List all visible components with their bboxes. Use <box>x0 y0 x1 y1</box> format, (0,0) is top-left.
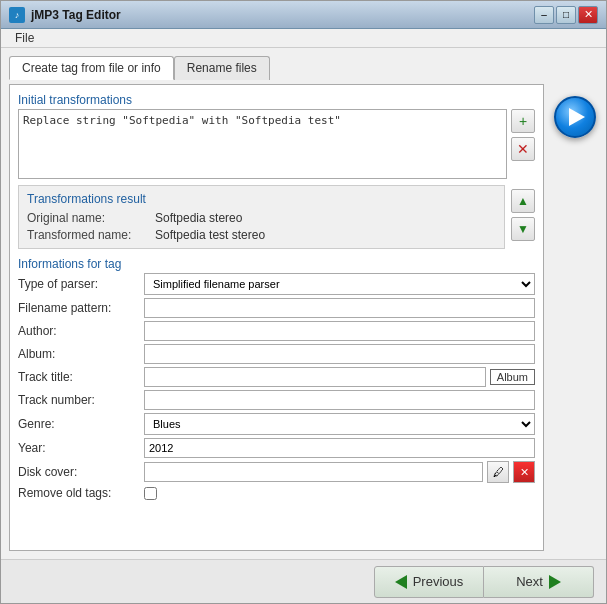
disk-cover-input[interactable] <box>144 462 483 482</box>
album-label: Album: <box>18 347 138 361</box>
transformations-textarea[interactable]: Replace string "Softpedia" with "Softped… <box>18 109 507 179</box>
transformations-section: Initial transformations Replace string "… <box>18 93 535 179</box>
remove-old-tags-checkbox[interactable] <box>144 487 157 500</box>
move-down-button[interactable]: ▼ <box>511 217 535 241</box>
genre-label: Genre: <box>18 417 138 431</box>
track-title-label: Track title: <box>18 370 138 384</box>
results-label: Transformations result <box>27 192 496 206</box>
info-section: Informations for tag Type of parser: Sim… <box>18 257 535 500</box>
transformations-side-buttons: + ✕ <box>511 109 535 179</box>
footer: Previous Next <box>1 559 606 603</box>
close-button[interactable]: ✕ <box>578 6 598 24</box>
tab-rename-files[interactable]: Rename files <box>174 56 270 80</box>
type-of-parser-select[interactable]: Simplified filename parser Advanced file… <box>144 273 535 295</box>
year-input[interactable] <box>144 438 535 458</box>
transformed-name-label: Transformed name: <box>27 228 147 242</box>
type-of-parser-label: Type of parser: <box>18 277 138 291</box>
original-name-row: Original name: Softpedia stereo <box>27 211 496 225</box>
previous-arrow-icon <box>395 575 407 589</box>
author-input[interactable] <box>144 321 535 341</box>
author-label: Author: <box>18 324 138 338</box>
main-window: ♪ jMP3 Tag Editor – □ ✕ File Create tag … <box>0 0 607 604</box>
app-icon: ♪ <box>9 7 25 23</box>
results-section: Transformations result Original name: So… <box>18 185 505 249</box>
results-area: Transformations result Original name: So… <box>18 185 535 249</box>
original-name-value: Softpedia stereo <box>155 211 242 225</box>
window-controls: – □ ✕ <box>534 6 598 24</box>
filename-pattern-label: Filename pattern: <box>18 301 138 315</box>
previous-label: Previous <box>413 574 464 589</box>
move-up-button[interactable]: ▲ <box>511 189 535 213</box>
main-panel: Create tag from file or info Rename file… <box>9 56 544 551</box>
disk-cover-label: Disk cover: <box>18 465 138 479</box>
transformed-name-row: Transformed name: Softpedia test stereo <box>27 228 496 242</box>
form-grid: Type of parser: Simplified filename pars… <box>18 273 535 500</box>
disk-cover-edit-button[interactable]: 🖊 <box>487 461 509 483</box>
file-menu[interactable]: File <box>9 29 40 47</box>
filename-pattern-input[interactable] <box>144 298 535 318</box>
maximize-button[interactable]: □ <box>556 6 576 24</box>
info-section-label: Informations for tag <box>18 257 535 271</box>
remove-old-tags-label: Remove old tags: <box>18 486 138 500</box>
track-title-input[interactable] <box>144 367 486 387</box>
track-number-label: Track number: <box>18 393 138 407</box>
content-area: Create tag from file or info Rename file… <box>1 48 606 559</box>
track-title-row: Album <box>144 367 535 387</box>
window-title: jMP3 Tag Editor <box>31 8 121 22</box>
year-label: Year: <box>18 441 138 455</box>
remove-old-tags-row <box>144 487 535 500</box>
title-bar: ♪ jMP3 Tag Editor – □ ✕ <box>1 1 606 29</box>
next-button[interactable]: Next <box>484 566 594 598</box>
move-buttons: ▲ ▼ <box>511 185 535 249</box>
title-bar-left: ♪ jMP3 Tag Editor <box>9 7 121 23</box>
album-badge: Album <box>490 369 535 385</box>
add-transformation-button[interactable]: + <box>511 109 535 133</box>
disk-cover-row: 🖊 ✕ <box>144 461 535 483</box>
right-panel <box>552 56 598 551</box>
transformed-name-value: Softpedia test stereo <box>155 228 265 242</box>
remove-transformation-button[interactable]: ✕ <box>511 137 535 161</box>
disk-cover-delete-button[interactable]: ✕ <box>513 461 535 483</box>
track-number-input[interactable] <box>144 390 535 410</box>
album-input[interactable] <box>144 344 535 364</box>
play-icon <box>569 108 585 126</box>
play-button[interactable] <box>554 96 596 138</box>
original-name-label: Original name: <box>27 211 147 225</box>
tab-create-tag[interactable]: Create tag from file or info <box>9 56 174 80</box>
transformations-area: Replace string "Softpedia" with "Softped… <box>18 109 535 179</box>
results-inner: Transformations result Original name: So… <box>18 185 505 249</box>
menu-bar: File <box>1 29 606 48</box>
tab-bar: Create tag from file or info Rename file… <box>9 56 544 80</box>
next-arrow-icon <box>549 575 561 589</box>
transformations-label: Initial transformations <box>18 93 535 107</box>
previous-button[interactable]: Previous <box>374 566 484 598</box>
next-label: Next <box>516 574 543 589</box>
genre-select[interactable]: Blues Classic Rock Country Dance Pop Roc… <box>144 413 535 435</box>
tab-content: Initial transformations Replace string "… <box>9 84 544 551</box>
minimize-button[interactable]: – <box>534 6 554 24</box>
